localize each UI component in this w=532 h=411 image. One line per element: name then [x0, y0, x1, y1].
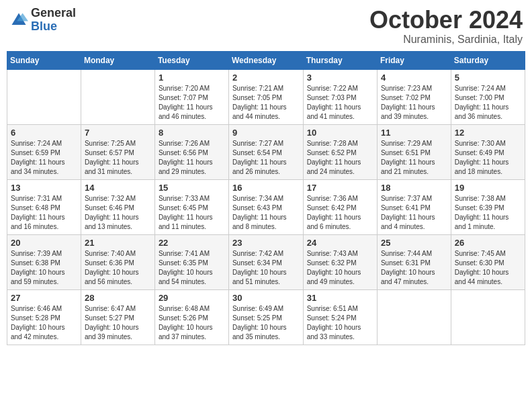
day-info: Sunrise: 7:26 AMSunset: 6:56 PMDaylight:…	[159, 139, 225, 177]
calendar-week-row: 1Sunrise: 7:20 AMSunset: 7:07 PMDaylight…	[7, 69, 525, 124]
day-info: Sunrise: 7:28 AMSunset: 6:52 PMDaylight:…	[307, 139, 373, 177]
day-number: 11	[381, 128, 447, 138]
logo-general: General	[31, 7, 76, 20]
day-info: Sunrise: 7:33 AMSunset: 6:45 PMDaylight:…	[159, 194, 225, 232]
calendar-cell	[451, 289, 525, 345]
day-info: Sunrise: 7:42 AMSunset: 6:34 PMDaylight:…	[232, 249, 300, 287]
day-info: Sunrise: 7:32 AMSunset: 6:46 PMDaylight:…	[85, 194, 151, 232]
day-info: Sunrise: 7:29 AMSunset: 6:51 PMDaylight:…	[381, 139, 447, 177]
calendar-cell: 24Sunrise: 7:43 AMSunset: 6:32 PMDayligh…	[303, 234, 377, 289]
day-number: 16	[232, 183, 300, 193]
day-number: 2	[232, 73, 300, 83]
calendar-cell: 5Sunrise: 7:24 AMSunset: 7:00 PMDaylight…	[451, 69, 525, 124]
day-info: Sunrise: 6:48 AMSunset: 5:26 PMDaylight:…	[159, 304, 225, 342]
calendar-cell: 10Sunrise: 7:28 AMSunset: 6:52 PMDayligh…	[303, 124, 377, 179]
calendar-cell: 18Sunrise: 7:37 AMSunset: 6:41 PMDayligh…	[377, 179, 451, 234]
calendar-cell: 6Sunrise: 7:24 AMSunset: 6:59 PMDaylight…	[7, 124, 81, 179]
day-number: 5	[455, 73, 521, 83]
day-info: Sunrise: 7:24 AMSunset: 7:00 PMDaylight:…	[455, 84, 521, 122]
day-info: Sunrise: 7:30 AMSunset: 6:49 PMDaylight:…	[455, 139, 521, 177]
day-info: Sunrise: 7:27 AMSunset: 6:54 PMDaylight:…	[232, 139, 300, 177]
day-number: 18	[381, 183, 447, 193]
calendar-cell: 30Sunrise: 6:49 AMSunset: 5:25 PMDayligh…	[228, 289, 303, 345]
title-block: October 2024 Nuraminis, Sardinia, Italy	[369, 7, 523, 46]
weekday-header-row: SundayMondayTuesdayWednesdayThursdayFrid…	[7, 51, 525, 69]
calendar-cell: 31Sunrise: 6:51 AMSunset: 5:24 PMDayligh…	[303, 289, 377, 345]
day-number: 29	[159, 293, 225, 303]
calendar-cell: 12Sunrise: 7:30 AMSunset: 6:49 PMDayligh…	[451, 124, 525, 179]
calendar-cell: 2Sunrise: 7:21 AMSunset: 7:05 PMDaylight…	[228, 69, 303, 124]
calendar-week-row: 13Sunrise: 7:31 AMSunset: 6:48 PMDayligh…	[7, 179, 525, 234]
calendar-cell: 13Sunrise: 7:31 AMSunset: 6:48 PMDayligh…	[7, 179, 81, 234]
day-number: 23	[232, 238, 300, 248]
day-info: Sunrise: 6:47 AMSunset: 5:27 PMDaylight:…	[85, 304, 151, 342]
day-number: 31	[307, 293, 373, 303]
weekday-header: Wednesday	[228, 51, 303, 69]
weekday-header: Thursday	[303, 51, 377, 69]
day-number: 21	[85, 238, 151, 248]
calendar-cell: 8Sunrise: 7:26 AMSunset: 6:56 PMDaylight…	[154, 124, 228, 179]
calendar-title: October 2024	[369, 7, 523, 34]
logo-text: General Blue	[31, 7, 76, 34]
calendar-cell: 14Sunrise: 7:32 AMSunset: 6:46 PMDayligh…	[81, 179, 154, 234]
calendar-location: Nuraminis, Sardinia, Italy	[369, 34, 523, 46]
calendar-cell: 26Sunrise: 7:45 AMSunset: 6:30 PMDayligh…	[451, 234, 525, 289]
calendar-cell: 25Sunrise: 7:44 AMSunset: 6:31 PMDayligh…	[377, 234, 451, 289]
day-info: Sunrise: 7:24 AMSunset: 6:59 PMDaylight:…	[11, 139, 77, 177]
day-number: 25	[381, 238, 447, 248]
day-info: Sunrise: 7:37 AMSunset: 6:41 PMDaylight:…	[381, 194, 447, 232]
day-number: 1	[159, 73, 225, 83]
calendar-table: SundayMondayTuesdayWednesdayThursdayFrid…	[7, 51, 525, 345]
weekday-header: Tuesday	[154, 51, 228, 69]
calendar-cell: 17Sunrise: 7:36 AMSunset: 6:42 PMDayligh…	[303, 179, 377, 234]
calendar-week-row: 27Sunrise: 6:46 AMSunset: 5:28 PMDayligh…	[7, 289, 525, 345]
calendar-cell: 3Sunrise: 7:22 AMSunset: 7:03 PMDaylight…	[303, 69, 377, 124]
logo-icon	[9, 11, 28, 30]
day-info: Sunrise: 7:22 AMSunset: 7:03 PMDaylight:…	[307, 84, 373, 122]
day-number: 22	[159, 238, 225, 248]
day-number: 26	[455, 238, 521, 248]
calendar-week-row: 20Sunrise: 7:39 AMSunset: 6:38 PMDayligh…	[7, 234, 525, 289]
day-number: 19	[455, 183, 521, 193]
calendar-cell: 19Sunrise: 7:38 AMSunset: 6:39 PMDayligh…	[451, 179, 525, 234]
day-number: 4	[381, 73, 447, 83]
calendar-cell: 29Sunrise: 6:48 AMSunset: 5:26 PMDayligh…	[154, 289, 228, 345]
day-info: Sunrise: 6:51 AMSunset: 5:24 PMDaylight:…	[307, 304, 373, 342]
day-number: 13	[11, 183, 77, 193]
day-number: 27	[11, 293, 77, 303]
weekday-header: Saturday	[451, 51, 525, 69]
weekday-header: Friday	[377, 51, 451, 69]
day-info: Sunrise: 6:46 AMSunset: 5:28 PMDaylight:…	[11, 304, 77, 342]
day-number: 17	[307, 183, 373, 193]
day-info: Sunrise: 7:45 AMSunset: 6:30 PMDaylight:…	[455, 249, 521, 287]
day-info: Sunrise: 7:38 AMSunset: 6:39 PMDaylight:…	[455, 194, 521, 232]
calendar-cell: 15Sunrise: 7:33 AMSunset: 6:45 PMDayligh…	[154, 179, 228, 234]
calendar-cell: 27Sunrise: 6:46 AMSunset: 5:28 PMDayligh…	[7, 289, 81, 345]
day-number: 24	[307, 238, 373, 248]
day-info: Sunrise: 7:25 AMSunset: 6:57 PMDaylight:…	[85, 139, 151, 177]
calendar-cell: 16Sunrise: 7:34 AMSunset: 6:43 PMDayligh…	[228, 179, 303, 234]
day-info: Sunrise: 7:40 AMSunset: 6:36 PMDaylight:…	[85, 249, 151, 287]
calendar-cell: 28Sunrise: 6:47 AMSunset: 5:27 PMDayligh…	[81, 289, 154, 345]
day-number: 12	[455, 128, 521, 138]
logo: General Blue	[9, 7, 76, 34]
calendar-cell	[377, 289, 451, 345]
day-number: 10	[307, 128, 373, 138]
day-info: Sunrise: 7:41 AMSunset: 6:35 PMDaylight:…	[159, 249, 225, 287]
day-info: Sunrise: 7:21 AMSunset: 7:05 PMDaylight:…	[232, 84, 300, 122]
logo-blue: Blue	[31, 20, 76, 34]
day-info: Sunrise: 7:20 AMSunset: 7:07 PMDaylight:…	[159, 84, 225, 122]
weekday-header: Monday	[81, 51, 154, 69]
day-info: Sunrise: 7:34 AMSunset: 6:43 PMDaylight:…	[232, 194, 300, 232]
weekday-header: Sunday	[7, 51, 81, 69]
calendar-cell: 21Sunrise: 7:40 AMSunset: 6:36 PMDayligh…	[81, 234, 154, 289]
calendar-cell: 4Sunrise: 7:23 AMSunset: 7:02 PMDaylight…	[377, 69, 451, 124]
calendar-cell: 23Sunrise: 7:42 AMSunset: 6:34 PMDayligh…	[228, 234, 303, 289]
day-info: Sunrise: 7:39 AMSunset: 6:38 PMDaylight:…	[11, 249, 77, 287]
day-info: Sunrise: 7:31 AMSunset: 6:48 PMDaylight:…	[11, 194, 77, 232]
calendar-week-row: 6Sunrise: 7:24 AMSunset: 6:59 PMDaylight…	[7, 124, 525, 179]
day-info: Sunrise: 7:23 AMSunset: 7:02 PMDaylight:…	[381, 84, 447, 122]
calendar-cell: 20Sunrise: 7:39 AMSunset: 6:38 PMDayligh…	[7, 234, 81, 289]
day-number: 9	[232, 128, 300, 138]
calendar-cell: 1Sunrise: 7:20 AMSunset: 7:07 PMDaylight…	[154, 69, 228, 124]
